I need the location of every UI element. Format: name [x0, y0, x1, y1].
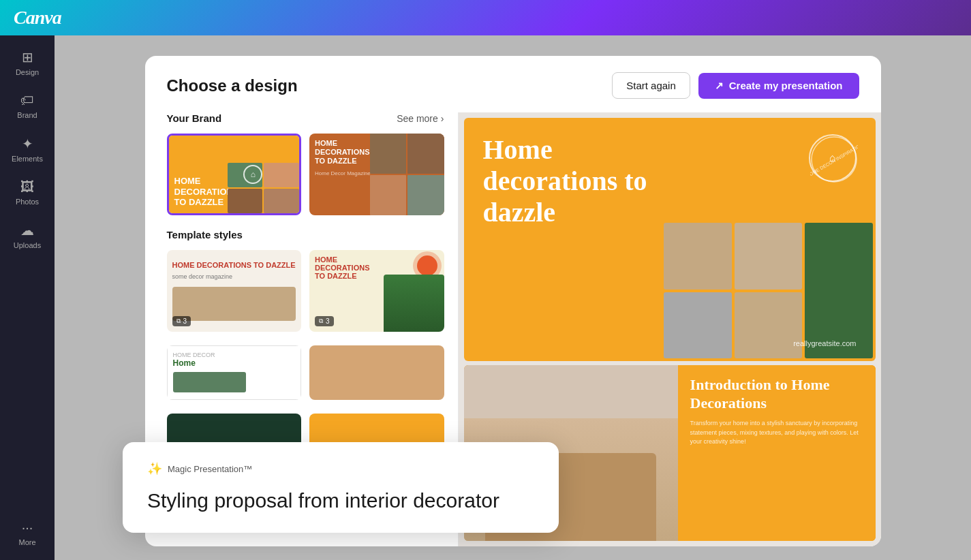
slide-2-heading: Introduction to Home Decorations: [690, 376, 863, 412]
website-text: reallygreatsite.com: [793, 339, 856, 347]
main-area: Choose a design Start again ↗ Create my …: [55, 35, 971, 560]
more-icon: ···: [22, 520, 33, 535]
preview-slide-1: Home decorations to dazzle HOME DECOR IN…: [464, 118, 876, 361]
see-more-label: See more: [397, 113, 438, 124]
your-brand-grid: Homedecorationsto dazzle ⌂: [167, 134, 444, 215]
template-card-brand-1[interactable]: Homedecorationsto dazzle ⌂: [167, 134, 302, 215]
template-card-style-3[interactable]: HOME DECOR Home: [167, 345, 302, 400]
see-more-button[interactable]: See more ›: [397, 113, 444, 124]
magic-wand-icon: ✨: [147, 461, 162, 476]
template-styles-section-header: Template styles: [167, 229, 444, 240]
chevron-right-icon: ›: [441, 113, 444, 124]
style-tpl-title-1: Home decorations to dazzle: [172, 261, 296, 269]
sidebar-item-label: Uploads: [14, 241, 41, 249]
brand-icon: 🏷: [20, 93, 34, 108]
magic-label: ✨ Magic Presentation™: [147, 461, 534, 476]
magic-prompt-text: Styling proposal from interior decorator: [147, 487, 534, 514]
style-tpl-subtitle-1: some decor magazine: [172, 273, 296, 280]
sidebar-item-more[interactable]: ··· More: [4, 513, 50, 553]
uploads-icon: ☁: [20, 222, 34, 238]
header-actions: Start again ↗ Create my presentation: [612, 72, 859, 99]
modal-title: Choose a design: [167, 76, 298, 95]
sidebar-item-brand[interactable]: 🏷 Brand: [4, 86, 50, 126]
template-card-style-1[interactable]: Home decorations to dazzle some decor ma…: [167, 250, 302, 332]
sidebar: ⊞ Design 🏷 Brand ✦ Elements 🖼 Photos ☁ U…: [0, 35, 55, 560]
sidebar-item-label: Photos: [16, 198, 39, 206]
slide-1-text: Home decorations to dazzle: [483, 134, 660, 345]
slide-1-heading: Home decorations to dazzle: [483, 134, 660, 228]
create-presentation-button[interactable]: ↗ Create my presentation: [698, 73, 859, 99]
template-card-style-2[interactable]: HOMEDECORATIONSTO DAZZLE ⧉ 3: [309, 250, 444, 332]
your-brand-section-header: Your Brand See more ›: [167, 112, 444, 124]
magic-label-text: Magic Presentation™: [168, 464, 252, 474]
template-card-style-4[interactable]: [309, 345, 444, 400]
tpl-label-3: HOME DECOR: [173, 352, 296, 358]
template-styles-title: Template styles: [167, 229, 243, 240]
sidebar-item-uploads[interactable]: ☁ Uploads: [4, 215, 50, 256]
sidebar-item-label: Design: [16, 68, 39, 76]
modal-header: Choose a design Start again ↗ Create my …: [145, 56, 881, 112]
home-icon: ⌂: [829, 152, 836, 164]
slide-count-badge-1: ⧉ 3: [172, 316, 191, 326]
circle-badge: HOME DECOR INSPIRATION ⌂: [809, 134, 857, 182]
elements-icon: ✦: [22, 136, 33, 152]
canva-logo: Canva: [14, 7, 61, 29]
your-brand-title: Your Brand: [167, 112, 222, 124]
slide-count-badge-2: ⧉ 3: [315, 316, 334, 326]
sidebar-item-design[interactable]: ⊞ Design: [4, 42, 50, 83]
design-icon: ⊞: [22, 49, 33, 65]
top-bar: Canva: [0, 0, 971, 35]
external-link-icon: ↗: [715, 80, 724, 92]
start-again-button[interactable]: Start again: [612, 72, 690, 99]
slide-2-body-text: Transform your home into a stylish sanct…: [690, 419, 863, 447]
magic-tooltip: ✨ Magic Presentation™ Styling proposal f…: [123, 442, 559, 533]
plant-image: [384, 275, 444, 332]
sun-decoration: [417, 255, 437, 276]
create-button-label: Create my presentation: [729, 80, 843, 91]
sidebar-item-label: Elements: [12, 155, 43, 163]
photos-icon: 🖼: [20, 179, 34, 195]
template-card-brand-2[interactable]: HOMEDECORATIONSTO DAZZLE Home Decor Maga…: [309, 134, 444, 215]
slide-2-right-content: Introduction to Home Decorations Transfo…: [678, 365, 876, 541]
sidebar-item-photos[interactable]: 🖼 Photos: [4, 172, 50, 213]
template-styles-grid-bottom: HOME DECOR Home: [167, 345, 444, 400]
sidebar-item-label: Brand: [17, 111, 37, 119]
style-tpl-title-3: Home: [173, 358, 296, 368]
sidebar-item-elements[interactable]: ✦ Elements: [4, 129, 50, 170]
sidebar-item-label: More: [18, 538, 35, 546]
template-styles-grid: Home decorations to dazzle some decor ma…: [167, 250, 444, 332]
